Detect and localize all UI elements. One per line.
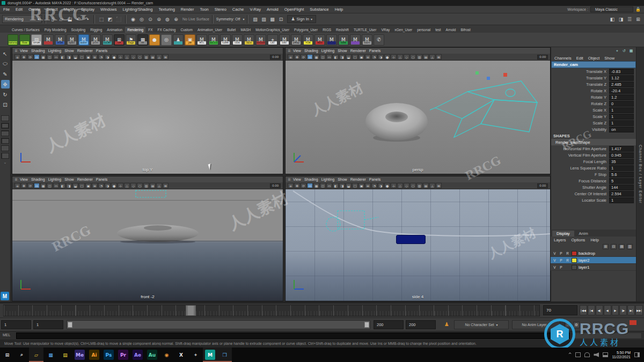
menu-item[interactable]: Lighting/Shading <box>123 7 153 12</box>
viewport-toolbar-icon[interactable]: ⊡ <box>34 54 40 60</box>
tray-expand-icon[interactable]: ^ <box>568 352 572 357</box>
channel-value-field[interactable]: -20.4 <box>609 88 634 94</box>
viewport-toolbar-icon[interactable]: ▣ <box>358 183 364 188</box>
shelf-tab[interactable]: Rigging <box>88 27 104 33</box>
viewport-toolbar-icon[interactable]: ◫ <box>47 54 53 60</box>
layer-color-swatch[interactable] <box>572 265 577 270</box>
shelf-tab[interactable]: Redshift <box>334 27 351 33</box>
layer-name[interactable]: backdrop <box>579 251 595 256</box>
panel-menu-icon[interactable]: ≣ <box>14 178 18 182</box>
layer-action-icon[interactable]: ⊟ <box>611 244 617 249</box>
layer-row[interactable]: V P R backdrop <box>551 250 636 257</box>
shelf-tab[interactable]: RIGS <box>320 27 333 33</box>
viewport-toolbar-icon[interactable]: ▤ <box>150 54 156 60</box>
clock[interactable]: 5:50 PM 11/22/2021 <box>612 351 631 359</box>
viewport-toolbar-icon[interactable]: ▦ <box>40 183 46 188</box>
viewport-toolbar-icon[interactable]: ◫ <box>47 183 53 188</box>
channel-value-field[interactable]: 144 <box>609 184 634 190</box>
channel-box-menu-item[interactable]: Channels <box>554 56 572 61</box>
viewport-toolbar-icon[interactable]: ◧ <box>333 54 339 60</box>
title-bar[interactable]: donught.0004* - Autodesk MAYA 2022 : F:\… <box>0 0 644 6</box>
shelf-tool-icon[interactable]: M YLW <box>303 34 313 46</box>
layout-preset-button[interactable] <box>1 145 9 151</box>
sidebar-toggle-icon[interactable]: ⊞ <box>634 16 642 23</box>
channel-label[interactable]: Translate Y <box>551 76 609 80</box>
viewport-toolbar-icon[interactable]: □ <box>79 54 85 60</box>
snap-icon[interactable]: ⊕ <box>172 16 180 23</box>
viewport-toolbar-icon[interactable]: ○ <box>137 54 143 60</box>
shelf-tab[interactable]: Sculpting <box>69 27 88 33</box>
viewport-menu-item[interactable]: Panels <box>369 49 380 53</box>
viewport-toolbar-icon[interactable]: ▤ <box>150 183 156 188</box>
viewport-toolbar-icon[interactable]: ◧ <box>333 183 339 188</box>
menu-item[interactable]: OpenFlight <box>284 7 304 12</box>
viewport-toolbar-icon[interactable]: ◔ <box>371 183 377 188</box>
viewport-toolbar-icon[interactable]: ◧ <box>60 183 65 188</box>
taskbar-app-button[interactable]: ◉ <box>159 348 174 362</box>
menu-item[interactable]: Render <box>181 7 194 12</box>
menu-item[interactable]: Toon <box>200 7 208 12</box>
microphone-icon[interactable] <box>584 352 590 357</box>
viewport-toolbar-icon[interactable]: ⟳ <box>301 54 306 60</box>
playback-button[interactable]: ▶ <box>612 305 619 315</box>
shelf-tool-icon[interactable]: M SaRR <box>220 34 231 46</box>
channel-label[interactable]: Center Of Interest <box>551 191 609 196</box>
taskbar-app-button[interactable]: Au <box>145 348 159 362</box>
shelf-tool-icon[interactable]: ✆ <box>374 34 384 46</box>
shelf-tool-icon[interactable]: M CEA <box>232 34 243 46</box>
playback-button[interactable]: ◀| <box>596 305 603 315</box>
network-icon[interactable] <box>575 352 581 357</box>
toolbox-tool[interactable]: ✥ <box>1 80 10 88</box>
layer-row[interactable]: V P R layer2 <box>551 257 636 264</box>
viewport-menu-item[interactable]: Show <box>64 178 74 181</box>
viewport-toolbar-icon[interactable]: ⬓ <box>346 183 352 188</box>
viewport-toolbar-icon[interactable]: ◔ <box>371 54 377 60</box>
viewport-toolbar-icon[interactable]: ▣ <box>85 183 91 188</box>
viewport-toolbar-icon[interactable]: ▭ <box>53 54 59 60</box>
channel-label[interactable]: Rotate X <box>551 88 609 93</box>
toolbox-tool[interactable]: ⬭ <box>1 60 10 68</box>
viewport-toolbar-icon[interactable]: ▥ <box>143 183 149 188</box>
shelf-tool-icon[interactable]: ⊞ CP <box>114 34 125 46</box>
channel-label[interactable]: Shutter Angle <box>551 185 609 190</box>
viewport-toolbar-icon[interactable]: ◑ <box>105 54 111 60</box>
viewport-toolbar-icon[interactable]: ⊞ <box>365 54 371 60</box>
viewport-toolbar-icon[interactable]: ▤ <box>423 183 429 188</box>
viewport-toolbar-icon[interactable]: ◬ <box>156 54 162 60</box>
shelf-tab[interactable]: test <box>433 27 443 33</box>
layer-name[interactable]: layer2 <box>579 258 589 263</box>
viewport-toolbar-icon[interactable]: ▭ <box>326 54 332 60</box>
shelf-tool-icon[interactable]: ▣ JW <box>185 34 195 46</box>
viewport-toolbar-icon[interactable]: ⟳ <box>27 54 33 60</box>
character-set-icon[interactable]: ♟ <box>444 321 449 327</box>
snap-icon[interactable]: ◎ <box>138 16 145 23</box>
taskbar-app-button[interactable]: ✦ <box>188 348 203 362</box>
layer-visibility-toggle[interactable]: V <box>552 265 557 269</box>
shelf-tool-icon[interactable]: M water <box>78 34 89 46</box>
live-surface-label[interactable]: No Live Surface <box>182 17 209 21</box>
playback-end-field[interactable]: 200 <box>406 320 436 329</box>
shelf-tool-icon[interactable]: M <box>43 34 54 46</box>
viewport-side-canvas[interactable]: side 4 <box>286 189 550 301</box>
toolbox-more-icon[interactable]: ⌄ <box>4 160 7 165</box>
menu-item[interactable]: Stereo <box>215 7 226 12</box>
viewport-toolbar-icon[interactable]: ◇ <box>130 54 136 60</box>
viewport-toolbar-icon[interactable]: △ <box>397 54 403 60</box>
viewport-toolbar-icon[interactable]: ≡ <box>288 183 294 188</box>
animation-end-field[interactable]: 200 <box>374 320 404 329</box>
current-frame-field[interactable]: 70 <box>543 305 577 315</box>
channel-value-field[interactable]: on <box>609 127 634 132</box>
panel-menu-icon[interactable]: ≣ <box>288 49 291 53</box>
channel-label[interactable]: Focus Distance <box>551 179 609 183</box>
viewport-toolbar-icon[interactable]: ⬓ <box>72 54 78 60</box>
render-action-icon[interactable]: ⊡ <box>277 16 284 23</box>
viewport-toolbar-icon[interactable]: ≡ <box>288 54 294 60</box>
channel-value-field[interactable]: 35 <box>609 159 634 165</box>
viewport-menu-item[interactable]: Lighting <box>48 49 62 53</box>
viewport-toolbar-icon[interactable]: ⟳ <box>301 183 306 188</box>
sidebar-toggle-icon[interactable]: ☰ <box>626 16 633 23</box>
modeling-toolkit-icon[interactable]: M <box>1 292 9 300</box>
sidebar-toggle-icon[interactable]: ◧ <box>609 16 616 23</box>
range-slider[interactable] <box>67 320 370 329</box>
channel-label[interactable]: Rotate Z <box>551 101 609 106</box>
